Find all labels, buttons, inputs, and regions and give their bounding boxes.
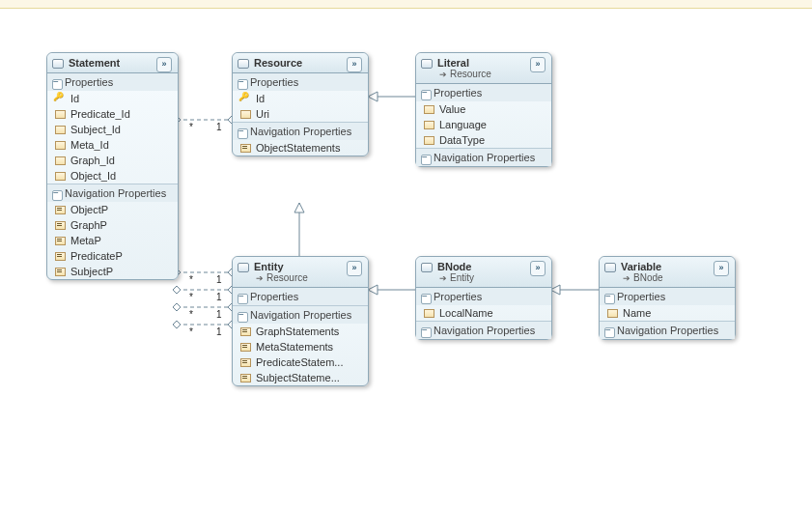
entity-entity[interactable]: Entity Resource » Properties Navigation … (232, 256, 369, 386)
multiplicity-label: * (189, 326, 193, 337)
property-row[interactable]: Graph_Id (47, 153, 178, 168)
property-row[interactable]: DataType (416, 132, 551, 148)
key-icon (53, 93, 67, 104)
nav-icon (53, 219, 67, 231)
multiplicity-label: * (189, 122, 193, 132)
section-header[interactable]: Navigation Properties (233, 306, 368, 324)
nav-icon (53, 250, 67, 262)
property-row[interactable]: Uri (233, 106, 368, 122)
multiplicity-label: 1 (216, 292, 222, 302)
property-row[interactable]: Predicate_Id (47, 106, 178, 122)
property-row[interactable]: Language (416, 117, 551, 132)
scalar-icon (238, 108, 252, 120)
nav-row[interactable]: SubjectStateme... (233, 370, 368, 385)
entity-icon (237, 261, 250, 274)
entity-literal[interactable]: Literal Resource » Properties Value Lang… (415, 52, 552, 167)
collapse-icon[interactable]: » (347, 57, 362, 72)
entity-icon (420, 57, 434, 71)
nav-icon (53, 235, 67, 246)
nav-properties-section: Navigation Properties (416, 149, 551, 166)
nav-icon (238, 142, 252, 154)
nav-icon (238, 372, 252, 383)
nav-properties-section: Navigation Properties ObjectStatements (233, 123, 368, 156)
section-header[interactable]: Navigation Properties (416, 149, 551, 166)
property-row[interactable]: LocalName (416, 305, 551, 321)
nav-icon (238, 356, 252, 368)
nav-row[interactable]: GraphP (47, 217, 178, 233)
nav-properties-section: Navigation Properties (416, 322, 551, 339)
entity-statement[interactable]: Statement » Properties Id Predicate_Id S… (46, 52, 179, 280)
multiplicity-label: * (189, 274, 193, 285)
collapse-icon[interactable]: » (347, 261, 362, 276)
section-header[interactable]: Properties (416, 288, 551, 305)
nav-row[interactable]: ObjectP (47, 202, 178, 217)
section-header[interactable]: Properties (47, 73, 178, 91)
entity-icon (51, 57, 65, 71)
section-header[interactable]: Properties (233, 73, 368, 91)
section-header[interactable]: Navigation Properties (600, 322, 735, 339)
property-row[interactable]: Object_Id (47, 168, 178, 184)
collapse-icon[interactable]: » (530, 57, 546, 72)
nav-row[interactable]: GraphStatements (233, 324, 368, 339)
entity-title[interactable]: BNode Entity » (416, 257, 551, 288)
entity-icon (237, 57, 250, 71)
properties-section: Properties Id Uri (233, 73, 368, 123)
nav-icon (238, 326, 252, 337)
scalar-icon (53, 170, 67, 182)
section-header[interactable]: Properties (416, 84, 551, 101)
entity-bnode[interactable]: BNode Entity » Properties LocalName Navi… (415, 256, 552, 340)
nav-icon (53, 204, 67, 215)
property-row[interactable]: Id (233, 91, 368, 106)
section-header[interactable]: Navigation Properties (416, 322, 551, 339)
multiplicity-label: 1 (216, 122, 222, 132)
property-row[interactable]: Value (416, 101, 551, 117)
multiplicity-label: * (189, 309, 193, 320)
scalar-icon (422, 103, 435, 115)
scalar-icon (53, 139, 67, 151)
entity-variable[interactable]: Variable BNode » Properties Name Navigat… (599, 256, 736, 340)
scalar-icon (422, 119, 435, 130)
entity-icon (603, 261, 617, 274)
section-header[interactable]: Navigation Properties (233, 123, 368, 140)
collapse-icon[interactable]: » (156, 57, 172, 72)
multiplicity-label: 1 (216, 309, 222, 320)
property-row[interactable]: Id (47, 91, 178, 106)
section-header[interactable]: Properties (233, 288, 368, 305)
nav-row[interactable]: SubjectP (47, 264, 178, 279)
collapse-icon[interactable]: » (530, 261, 546, 276)
entity-resource[interactable]: Resource » Properties Id Uri Navigation … (232, 52, 369, 156)
entity-title[interactable]: Variable BNode » (600, 257, 735, 288)
nav-row[interactable]: MetaP (47, 233, 178, 248)
nav-icon (238, 341, 252, 353)
scalar-icon (422, 134, 435, 146)
properties-section: Properties Id Predicate_Id Subject_Id Me… (47, 73, 178, 184)
nav-row[interactable]: MetaStatements (233, 339, 368, 354)
properties-section: Properties LocalName (416, 288, 551, 322)
multiplicity-label: 1 (216, 274, 222, 285)
section-header[interactable]: Navigation Properties (47, 184, 178, 202)
property-row[interactable]: Name (600, 305, 735, 321)
entity-title[interactable]: Literal Resource » (416, 53, 551, 84)
entity-title[interactable]: Statement » (47, 53, 178, 73)
properties-section: Properties (233, 288, 368, 306)
nav-icon (53, 266, 67, 277)
nav-row[interactable]: PredicateStatem... (233, 354, 368, 370)
nav-row[interactable]: PredicateP (47, 248, 178, 264)
entity-icon (420, 261, 434, 274)
scalar-icon (605, 307, 619, 319)
nav-row[interactable]: ObjectStatements (233, 140, 368, 156)
entity-title-text: Literal (437, 57, 469, 69)
properties-section: Properties Value Language DataType (416, 84, 551, 149)
collapse-icon[interactable]: » (714, 261, 729, 276)
property-row[interactable]: Meta_Id (47, 137, 178, 153)
multiplicity-label: * (189, 292, 193, 302)
nav-properties-section: Navigation Properties ObjectP GraphP Met… (47, 184, 178, 279)
entity-title-text: Statement (69, 57, 120, 69)
section-header[interactable]: Properties (600, 288, 735, 305)
entity-title[interactable]: Resource » (233, 53, 368, 73)
scalar-icon (422, 307, 435, 319)
nav-properties-section: Navigation Properties (600, 322, 735, 339)
entity-title[interactable]: Entity Resource » (233, 257, 368, 288)
scalar-icon (53, 124, 67, 135)
property-row[interactable]: Subject_Id (47, 122, 178, 137)
